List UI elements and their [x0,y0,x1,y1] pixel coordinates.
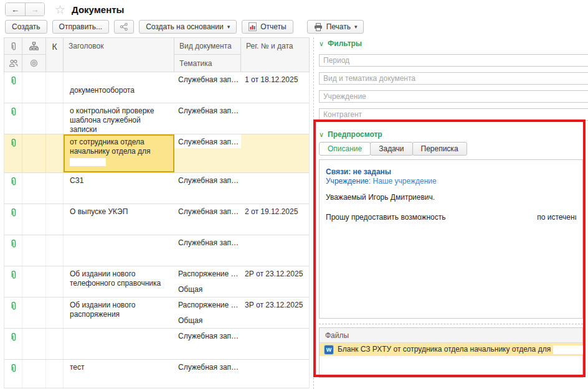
redacted-text [70,332,163,342]
doc-type-text: Служебная зап… [178,363,239,372]
column-header-reg[interactable]: Рег. № и дата [241,38,309,72]
print-button[interactable]: Печать ▾ [307,20,364,34]
cell-title[interactable]: О выпуске УКЭП [64,204,174,235]
table-row[interactable]: Об издании нового распоряжения Распоряже… [4,298,309,329]
reg-text: 3Р от 23.12.2025 [245,301,303,309]
cell-title[interactable]: Об издании нового телефонного справочник… [64,266,174,297]
cell-reg[interactable] [241,360,309,388]
column-header-title[interactable]: Заголовок [64,38,174,72]
chevron-down-icon: ∨ [319,40,324,48]
cell-title[interactable]: Об издании нового распоряжения [64,298,174,328]
cell-title[interactable]: о контрольной проверке шаблона служебной… [64,103,174,134]
cell-title[interactable] [64,235,174,266]
table-row[interactable]: Об издании нового телефонного справочник… [4,266,309,298]
title-text: СЗ1 [70,176,83,185]
body-text-line: Прошу предоставить возможность по истече… [326,213,576,222]
cell-doc-type[interactable]: Служебная зап… [174,204,241,235]
cell-reg[interactable]: 2Р от 23.12.2025 [241,266,309,297]
cell-doc-type[interactable]: Служебная зап… [174,329,241,359]
horizontal-splitter[interactable] [319,324,583,324]
file-list-item[interactable]: W Бланк СЗ РХТУ от сотрудника отдела нач… [320,343,582,356]
institution-filter-input[interactable] [319,90,588,103]
column-header-doc-type[interactable]: Вид документа [174,38,240,55]
cell-doc-type[interactable]: Служебная зап… [174,235,241,266]
table-row[interactable]: О выпуске УКЭП Служебная зап… 2 от 19.12… [4,204,309,235]
table-row[interactable]: Служебная зап… [4,235,309,266]
column-header-k[interactable]: К [46,38,63,72]
hierarchy-column-header[interactable] [22,38,45,55]
table-row[interactable]: о контрольной проверке шаблона служебной… [4,103,309,134]
cell-title[interactable]: тест [64,360,174,388]
preview-label: Предпросмотр [328,130,382,139]
create-button[interactable]: Создать [5,20,47,34]
chevron-down-icon: ▾ [354,24,358,30]
cell-reg[interactable] [241,329,309,359]
reports-button[interactable]: Отчеты [242,20,293,34]
institution-link[interactable]: Наше учреждение [372,177,436,185]
table-row-selected[interactable]: от сотрудника отдела начальнику отдела д… [4,134,309,173]
doc-type-text: Служебная зап… [178,138,239,146]
period-filter-input[interactable] [319,54,588,67]
reg-text: 1 от 18.12.2025 [245,75,298,84]
title-text: документооборота [70,86,135,95]
paperclip-icon [9,301,17,311]
cell-doc-type[interactable]: Служебная зап… [174,134,241,172]
members-column-header[interactable] [4,55,22,72]
doc-type-text: Служебная зап… [178,176,239,185]
preview-section-header[interactable]: ∨ Предпросмотр [319,129,588,139]
cell-title[interactable]: СЗ1 [64,173,174,204]
cell-title[interactable]: документооборота [64,72,174,103]
tab-correspondence[interactable]: Переписка [412,142,467,156]
table-row[interactable]: СЗ1 Служебная зап… [4,173,309,204]
type-theme-filter-input[interactable] [319,72,588,85]
people-icon [9,59,18,67]
share-button[interactable] [114,20,134,34]
cell-reg[interactable] [241,134,309,172]
forward-button[interactable]: → [25,3,44,16]
tab-description[interactable]: Описание [319,142,371,156]
cell-title-focused[interactable]: от сотрудника отдела начальнику отдела д… [64,134,174,172]
redacted-text [70,158,106,166]
links-status-link[interactable]: Связи: не заданы [326,167,576,177]
table-row[interactable]: документооборота Служебная зап… 1 от 18.… [4,72,309,103]
table-row[interactable]: тест Служебная зап… [4,360,309,388]
create-based-on-button[interactable]: Создать на основании ▾ [139,20,237,34]
cell-doc-type[interactable]: Служебная зап… [174,103,241,134]
table-row[interactable]: Служебная зап… [4,329,309,360]
status-column-header[interactable] [22,55,45,72]
filters-section-header[interactable]: ∨ Фильтры [319,39,588,49]
paperclip-icon [9,177,17,186]
doc-type-text: Служебная зап… [178,106,239,115]
cell-reg[interactable] [241,173,309,204]
cell-reg[interactable] [241,235,309,266]
cell-doc-type[interactable]: Распоряжение …Общая [174,298,241,328]
counterparty-filter-input[interactable] [319,108,588,121]
files-header: Файлы [320,328,582,343]
paperclip-icon [9,208,17,217]
forward-icon: → [31,5,39,14]
tab-tasks[interactable]: Задачи [370,142,412,156]
cell-reg[interactable] [241,103,309,134]
back-button[interactable]: ← [6,3,25,16]
panel-splitter[interactable] [313,37,314,389]
cell-doc-type[interactable]: Распоряжение …Общая [174,266,241,297]
documents-table: К Заголовок Вид документа Тематика Рег. … [4,37,310,388]
print-label: Печать [326,22,351,31]
send-button[interactable]: Отправить... [52,20,110,34]
cell-reg[interactable]: 2 от 19.12.2025 [241,204,309,235]
cell-doc-type[interactable]: Служебная зап… [174,360,241,388]
cell-doc-type[interactable]: Служебная зап… [174,72,241,103]
institution-line: Учреждение: Наше учреждение [326,177,576,186]
cell-title[interactable] [64,329,174,359]
column-header-theme[interactable]: Тематика [174,55,240,72]
cell-reg[interactable]: 1 от 18.12.2025 [241,72,309,103]
favorite-star-icon[interactable]: ☆ [55,4,65,16]
paperclip-icon [9,363,17,373]
reg-text: 2 от 19.12.2025 [245,207,298,216]
paperclip-column-header[interactable] [4,38,22,55]
cell-doc-type[interactable]: Служебная зап… [174,173,241,204]
reg-text: 2Р от 23.12.2025 [245,269,303,278]
paperclip-icon [9,76,17,85]
ring-icon [30,59,38,67]
cell-reg[interactable]: 3Р от 23.12.2025 [241,298,309,328]
